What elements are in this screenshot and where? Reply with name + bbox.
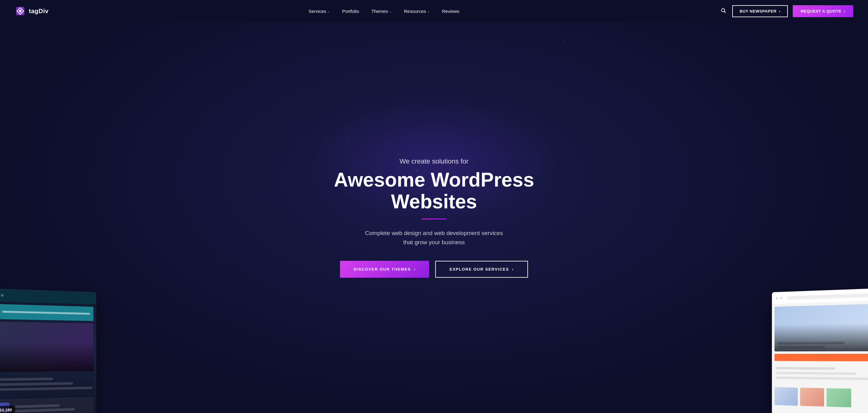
logo-text: tagDiv — [29, 8, 49, 15]
logo-icon — [15, 5, 26, 16]
svg-line-2 — [724, 11, 725, 12]
mockup-badge: 2,463,180 — [0, 406, 15, 413]
themes-chevron-icon: ⌄ — [389, 9, 392, 13]
services-chevron-icon: ⌄ — [328, 9, 330, 13]
hero-content: We create solutions for Awesome WordPres… — [311, 158, 557, 278]
search-icon — [720, 8, 726, 13]
explore-services-button[interactable]: EXPLORE OUR SERVICES › — [435, 261, 528, 278]
arrow-icon: › — [512, 267, 514, 272]
navbar: tagDiv Services ⌄ Portfolio Themes ⌄ Res… — [0, 0, 868, 22]
nav-item-themes[interactable]: Themes ⌄ — [371, 9, 392, 14]
discover-themes-button[interactable]: DISCOVER OUR THEMES › — [340, 261, 429, 278]
arrow-icon: › — [779, 9, 780, 13]
hero-divider — [422, 218, 446, 219]
buy-newspaper-button[interactable]: BUY NEWSPAPER › — [732, 5, 788, 17]
hero-title: Awesome WordPress Websites — [317, 169, 551, 212]
hero-section: 2,463,180 — [0, 22, 868, 413]
search-button[interactable] — [719, 6, 727, 16]
mockup-left: 2,463,180 — [0, 288, 96, 413]
hero-description: Complete web design and web development … — [317, 229, 551, 247]
arrow-icon: › — [844, 9, 845, 13]
hero-subtitle: We create solutions for — [317, 158, 551, 165]
request-quote-button[interactable]: REQUEST A QUOTE › — [793, 5, 853, 17]
logo[interactable]: tagDiv — [15, 5, 49, 16]
mockup-right — [772, 288, 868, 413]
resources-chevron-icon: ⌄ — [427, 9, 430, 13]
nav-item-reviews[interactable]: Reviews — [442, 9, 460, 14]
arrow-icon: › — [414, 267, 416, 272]
nav-item-services[interactable]: Services ⌄ — [308, 9, 330, 14]
nav-links: Services ⌄ Portfolio Themes ⌄ Resources … — [308, 9, 459, 14]
nav-item-portfolio[interactable]: Portfolio — [342, 9, 359, 14]
nav-actions: BUY NEWSPAPER › REQUEST A QUOTE › — [719, 5, 853, 17]
nav-item-resources[interactable]: Resources ⌄ — [404, 9, 430, 14]
hero-buttons: DISCOVER OUR THEMES › EXPLORE OUR SERVIC… — [317, 261, 551, 278]
